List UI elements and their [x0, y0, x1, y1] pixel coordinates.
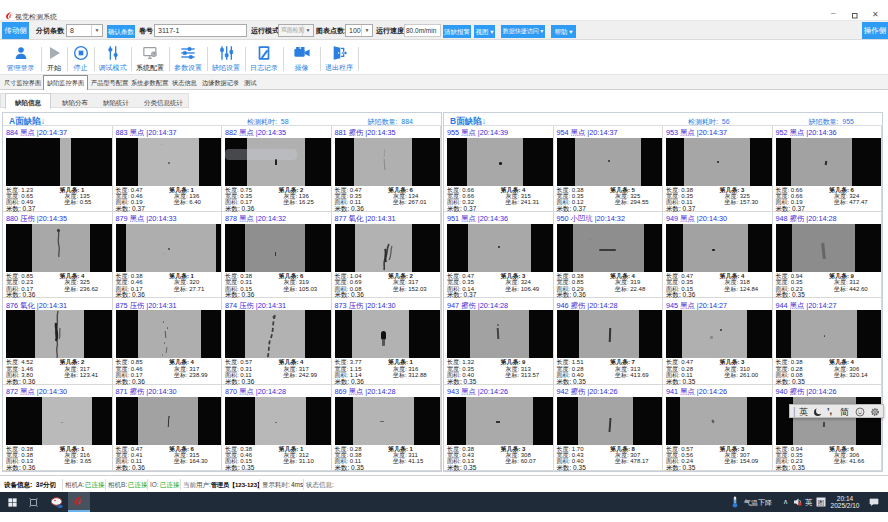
- svg-text:图: 图: [818, 499, 825, 506]
